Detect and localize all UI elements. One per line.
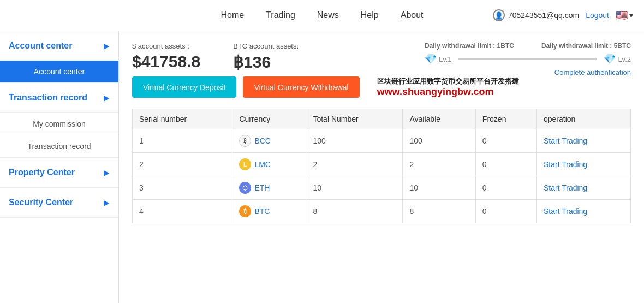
limit-5btc: Daily withdrawal limit : 5BTC <box>541 42 631 50</box>
complete-auth-link[interactable]: Complete authentication <box>554 68 631 76</box>
coin-icon-eth: ⬡ <box>239 182 251 194</box>
sidebar-header-transaction[interactable]: Transaction record ▶ <box>0 83 118 112</box>
cell-currency-2: ⬡ ETH <box>232 176 306 200</box>
level-2-box: 💎 Lv.2 <box>604 53 631 65</box>
user-info: 👤 705243551@qq.com <box>493 9 579 21</box>
cell-serial-3: 4 <box>133 200 232 223</box>
start-trading-link-1[interactable]: Start Trading <box>544 160 587 169</box>
cell-frozen-2: 0 <box>475 176 536 200</box>
cell-serial-2: 3 <box>133 176 232 200</box>
usd-asset-block: $ account assets : $41758.8 <box>132 42 200 72</box>
sidebar-section-transaction: Transaction record ▶ My commission Trans… <box>0 83 118 158</box>
currency-link-2[interactable]: ETH <box>254 183 270 192</box>
watermark-url: www.shuangyingbw.com <box>377 86 519 98</box>
btc-asset-value: ฿136 <box>233 52 299 72</box>
sidebar-property-arrow: ▶ <box>104 168 110 177</box>
nav-right: 👤 705243551@qq.com Logout 🇺🇸 ▾ <box>493 9 633 21</box>
user-avatar-icon: 👤 <box>493 9 505 21</box>
currency-link-1[interactable]: LMC <box>254 160 271 169</box>
cell-currency-0: ₿ BCC <box>232 129 306 153</box>
table-header-row: Serial number Currency Total Number Avai… <box>133 109 631 129</box>
action-buttons-row: Virtual Currency Deposit Virtual Currenc… <box>132 76 631 98</box>
flag-icon: 🇺🇸 <box>616 9 628 21</box>
user-email: 705243551@qq.com <box>508 11 579 20</box>
watermark-chinese: 区块链行业应用数字货币交易所平台开发搭建 <box>377 76 519 86</box>
usd-asset-value: $41758.8 <box>132 52 200 71</box>
cell-frozen-1: 0 <box>475 153 536 176</box>
watermark-block: 区块链行业应用数字货币交易所平台开发搭建 www.shuangyingbw.co… <box>377 76 519 98</box>
assets-right: Daily withdrawal limit : 1BTC Daily with… <box>425 42 631 76</box>
top-nav: Home Trading News Help About 👤 705243551… <box>0 0 644 31</box>
cell-available-3: 8 <box>403 200 475 223</box>
main-content: $ account assets : $41758.8 BTC account … <box>119 31 644 303</box>
levels-row: 💎 Lv.1 💎 Lv.2 <box>425 53 631 65</box>
cell-operation-1: Start Trading <box>536 153 630 176</box>
limit-1btc: Daily withdrawal limit : 1BTC <box>425 42 514 50</box>
level-1-box: 💎 Lv.1 <box>425 53 452 65</box>
btc-asset-block: BTC account assets: ฿136 <box>233 42 299 72</box>
level-divider <box>458 58 598 60</box>
coin-icon-bcc: ₿ <box>239 135 251 147</box>
deposit-button[interactable]: Virtual Currency Deposit <box>132 76 236 98</box>
currency-link-3[interactable]: BTC <box>254 207 270 216</box>
cell-operation-0: Start Trading <box>536 129 630 153</box>
assets-left: $ account assets : $41758.8 BTC account … <box>132 42 299 72</box>
nav-trading[interactable]: Trading <box>266 10 295 20</box>
coin-icon-lmc: L <box>239 158 251 170</box>
cell-total-1: 2 <box>306 153 403 176</box>
sidebar-security-arrow: ▶ <box>104 198 110 207</box>
cell-total-0: 100 <box>306 129 403 153</box>
sidebar-account-label: Account center <box>9 41 72 51</box>
assets-top-row: $ account assets : $41758.8 BTC account … <box>132 42 631 76</box>
sidebar-active-account-center[interactable]: Account center <box>0 61 118 82</box>
coin-icon-btc: ₿ <box>239 205 251 217</box>
currency-link-0[interactable]: BCC <box>254 136 271 145</box>
sidebar: Account center ▶ Account center Transact… <box>0 31 119 303</box>
chevron-down-icon: ▾ <box>629 11 633 20</box>
cell-frozen-3: 0 <box>475 200 536 223</box>
table-row: 2 L LMC 2 2 0 Start Trading <box>133 153 631 176</box>
sidebar-transaction-label: Transaction record <box>9 93 87 103</box>
table-row: 3 ⬡ ETH 10 10 0 Start Trading <box>133 176 631 200</box>
sidebar-section-account: Account center ▶ Account center <box>0 31 118 83</box>
withdrawal-button[interactable]: Virtual Currency Withdrawal <box>243 76 359 98</box>
sidebar-section-property: Property Center ▶ <box>0 158 118 188</box>
sidebar-header-account[interactable]: Account center ▶ <box>0 31 118 61</box>
cell-currency-3: ₿ BTC <box>232 200 306 223</box>
logout-button[interactable]: Logout <box>586 11 609 20</box>
usd-asset-label: $ account assets : <box>132 42 200 50</box>
limits-row: Daily withdrawal limit : 1BTC Daily with… <box>425 42 631 50</box>
diamond-lv1-icon: 💎 <box>425 53 437 65</box>
sidebar-header-property[interactable]: Property Center ▶ <box>0 158 118 187</box>
diamond-lv2-icon: 💎 <box>604 53 616 65</box>
main-layout: Account center ▶ Account center Transact… <box>0 31 644 303</box>
assets-table: Serial number Currency Total Number Avai… <box>132 109 631 223</box>
sidebar-section-security: Security Center ▶ <box>0 188 118 218</box>
col-frozen: Frozen <box>475 109 536 129</box>
start-trading-link-3[interactable]: Start Trading <box>544 207 587 216</box>
col-currency: Currency <box>232 109 306 129</box>
nav-help[interactable]: Help <box>361 10 379 20</box>
nav-about[interactable]: About <box>401 10 424 20</box>
cell-total-2: 10 <box>306 176 403 200</box>
sidebar-property-label: Property Center <box>9 168 75 177</box>
col-available: Available <box>403 109 475 129</box>
sidebar-account-arrow: ▶ <box>104 41 110 50</box>
level-1-label: Lv.1 <box>439 55 452 63</box>
nav-home[interactable]: Home <box>220 10 244 20</box>
cell-available-2: 10 <box>403 176 475 200</box>
nav-links: Home Trading News Help About <box>220 10 423 20</box>
start-trading-link-2[interactable]: Start Trading <box>544 183 587 192</box>
sidebar-item-my-commission[interactable]: My commission <box>0 112 118 135</box>
cell-frozen-0: 0 <box>475 129 536 153</box>
sidebar-header-security[interactable]: Security Center ▶ <box>0 188 118 217</box>
sidebar-item-transaction-record[interactable]: Transaction record <box>0 135 118 157</box>
col-serial: Serial number <box>133 109 232 129</box>
nav-news[interactable]: News <box>317 10 339 20</box>
cell-operation-2: Start Trading <box>536 176 630 200</box>
language-selector[interactable]: 🇺🇸 ▾ <box>616 9 633 21</box>
start-trading-link-0[interactable]: Start Trading <box>544 136 587 145</box>
cell-available-0: 100 <box>403 129 475 153</box>
cell-currency-1: L LMC <box>232 153 306 176</box>
col-operation: operation <box>536 109 630 129</box>
